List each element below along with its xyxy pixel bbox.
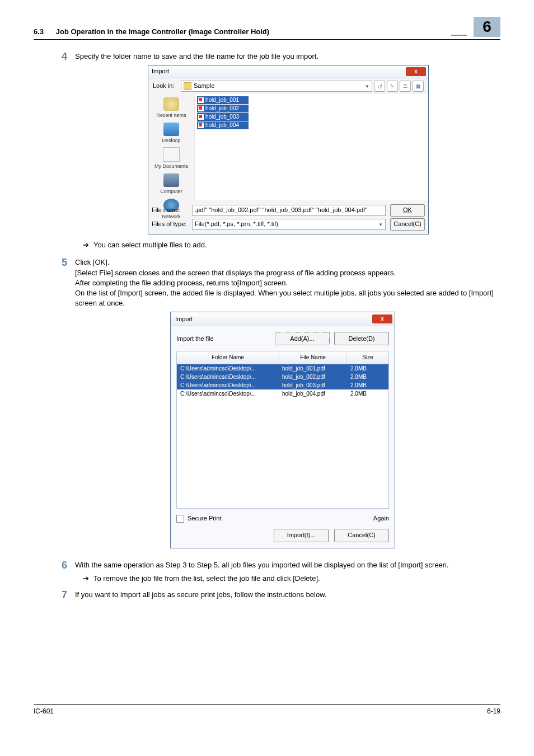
- cancel-button[interactable]: Cancel(C): [390, 218, 425, 231]
- import-button[interactable]: Import(I)...: [274, 529, 329, 542]
- filetype-label: Files of type:: [152, 220, 192, 228]
- step-5-line1: Click [OK].: [75, 257, 500, 267]
- section-title: Job Operation in the Image Controller (I…: [56, 27, 269, 36]
- place-computer[interactable]: Computer: [160, 173, 182, 195]
- th-file[interactable]: File Name: [279, 351, 347, 364]
- secure-print-checkbox[interactable]: [176, 515, 184, 523]
- close-icon[interactable]: x: [372, 314, 392, 323]
- up-folder-button[interactable]: ⮍: [374, 81, 385, 92]
- chapter-number-box: 6: [474, 17, 500, 37]
- dialog-title: Import: [151, 67, 406, 76]
- place-desktop[interactable]: Desktop: [162, 123, 180, 144]
- chevron-down-icon: ▼: [378, 222, 383, 228]
- step-5-line4: On the list of [Import] screen, the adde…: [75, 288, 500, 308]
- file-item[interactable]: hold_job_003: [197, 113, 249, 121]
- step-4-text: Specify the folder name to save and the …: [75, 52, 318, 60]
- step-7-number: 7: [34, 588, 75, 602]
- cell-size: 2.0MB: [347, 382, 388, 389]
- new-folder-button[interactable]: ✎: [387, 81, 398, 92]
- cell-file: hold_job_002.pdf: [279, 373, 347, 381]
- dialog-title: Import: [173, 315, 372, 323]
- cell-size: 2.0MB: [347, 390, 388, 398]
- add-button[interactable]: Add(A)...: [275, 332, 330, 345]
- file-import-dialog: Import x Look in: Sample ▼ ⮍ ✎ ☰ ▦: [148, 65, 429, 234]
- close-icon[interactable]: x: [406, 67, 426, 76]
- cell-folder: C:\Users\admincso\Desktop\...: [177, 365, 279, 373]
- cell-folder: C:\Users\admincso\Desktop\...: [177, 382, 279, 389]
- look-in-label: Look in:: [153, 82, 181, 90]
- import-dialog: Import x Import the file Add(A)... Delet…: [170, 312, 395, 548]
- file-item[interactable]: hold_job_004: [197, 121, 249, 129]
- step-5-line2: [Select File] screen closes and the scre…: [75, 268, 500, 278]
- cell-folder: C:\Users\admincso\Desktop\...: [177, 373, 279, 381]
- pdf-icon: [198, 97, 204, 103]
- table-row[interactable]: C:\Users\admincso\Desktop\...hold_job_00…: [177, 373, 388, 381]
- pdf-icon: [198, 123, 204, 128]
- step-5-line3: After completing the file adding process…: [75, 278, 500, 288]
- table-row[interactable]: C:\Users\admincso\Desktop\...hold_job_00…: [177, 364, 388, 373]
- look-in-combo[interactable]: Sample ▼: [181, 81, 372, 92]
- cell-folder: C:\Users\admincso\Desktop\...: [177, 390, 279, 398]
- cell-file: hold_job_003.pdf: [279, 382, 347, 389]
- step-6-note: To remove the job file from the list, se…: [75, 574, 500, 584]
- cell-size: 2.0MB: [347, 365, 388, 373]
- place-recent[interactable]: Recent Items: [156, 97, 186, 119]
- folder-icon: [184, 82, 191, 90]
- ok-button[interactable]: OK: [390, 204, 425, 217]
- step-5-number: 5: [34, 256, 75, 556]
- pdf-icon: [198, 114, 204, 120]
- cell-file: hold_job_001.pdf: [279, 365, 347, 373]
- file-item[interactable]: hold_job_001: [197, 96, 249, 104]
- again-label: Again: [373, 514, 389, 523]
- file-item[interactable]: hold_job_002: [197, 105, 249, 112]
- places-bar: Recent Items Desktop My Documents Comput…: [148, 94, 195, 200]
- secure-print-label: Secure Print: [188, 514, 222, 523]
- import-file-label: Import the file: [176, 335, 270, 343]
- cell-size: 2.0MB: [347, 373, 388, 381]
- place-documents[interactable]: My Documents: [154, 147, 188, 170]
- table-row[interactable]: C:\Users\admincso\Desktop\...hold_job_00…: [177, 389, 388, 398]
- footer-left: IC-601: [34, 707, 54, 716]
- file-list[interactable]: hold_job_001 hold_job_002 hold_job_003 h…: [195, 94, 428, 200]
- look-in-value: Sample: [194, 82, 214, 90]
- footer-right: 6-19: [487, 707, 500, 716]
- details-view-button[interactable]: ▦: [413, 81, 424, 92]
- page-footer: IC-601 6-19: [34, 704, 500, 716]
- list-view-button[interactable]: ☰: [400, 81, 411, 92]
- header-accent: [451, 35, 467, 36]
- cancel-button[interactable]: Cancel(C): [334, 529, 389, 542]
- cell-file: hold_job_004.pdf: [279, 390, 347, 398]
- filename-input[interactable]: .pdf" "hold_job_002.pdf" "hold_job_003.p…: [192, 205, 386, 216]
- th-size[interactable]: Size: [347, 351, 388, 364]
- pdf-icon: [198, 106, 204, 111]
- table-row[interactable]: C:\Users\admincso\Desktop\...hold_job_00…: [177, 381, 388, 389]
- step-4-note: You can select multiple files to add.: [75, 240, 500, 250]
- import-table: Folder Name File Name Size C:\Users\admi…: [176, 351, 389, 509]
- filetype-combo[interactable]: File(*.pdf, *.ps, *.prn, *.tiff, *.tif) …: [192, 219, 386, 230]
- th-folder[interactable]: Folder Name: [177, 351, 279, 364]
- section-number: 6.3: [34, 27, 44, 36]
- step-6-number: 6: [34, 558, 75, 584]
- step-7-text: If you want to import all jobs as secure…: [75, 590, 326, 599]
- step-4-number: 4: [34, 50, 75, 250]
- chevron-down-icon: ▼: [365, 83, 369, 90]
- page-header: 6.3 Job Operation in the Image Controlle…: [34, 17, 500, 40]
- delete-button[interactable]: Delete(D): [334, 332, 389, 345]
- filename-label: File name:: [152, 206, 192, 214]
- step-6-text: With the same operation as Step 3 to Ste…: [75, 561, 449, 569]
